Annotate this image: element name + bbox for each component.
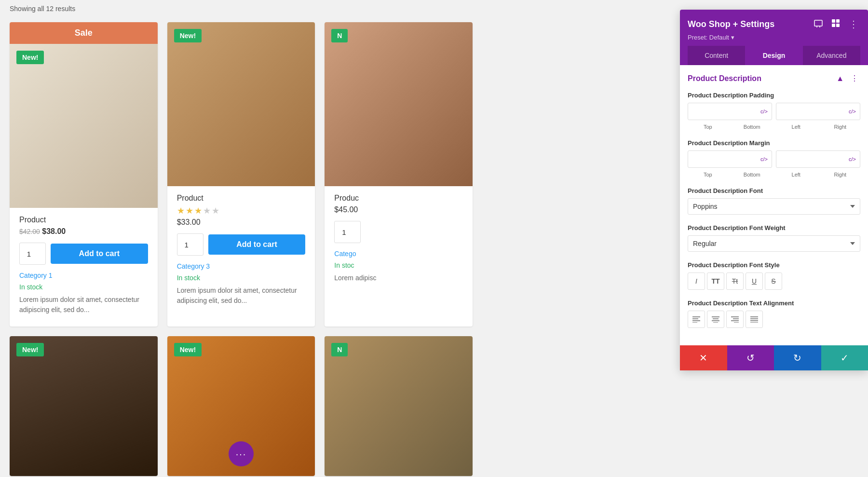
product-card: New! ···	[167, 336, 315, 476]
add-to-cart-row: Add to cart	[10, 236, 158, 270]
bold-button[interactable]: TT	[707, 273, 724, 290]
product-name: Produc	[334, 194, 463, 203]
add-to-cart-row: Add to cart	[167, 227, 315, 260]
margin-top-box[interactable]: c/>	[688, 150, 772, 168]
panel-preset[interactable]: Preset: Default ▾	[688, 32, 860, 46]
text-align-section: Product Description Text Alignment	[688, 300, 860, 328]
star-1: ★	[177, 205, 185, 216]
strikethrough-button[interactable]: Tt	[726, 273, 744, 290]
margin-right-box[interactable]: c/>	[776, 150, 860, 168]
price-original: $42.00	[19, 228, 40, 235]
align-justify-button[interactable]	[746, 311, 763, 328]
panel-header: Woo Shop + Settings	[680, 10, 868, 65]
star-4: ★	[203, 205, 211, 216]
underline-button[interactable]: U	[746, 273, 763, 290]
quantity-input[interactable]	[177, 233, 203, 256]
grid-icon-button[interactable]	[829, 17, 842, 31]
product-card: Sale New! Product $42.00 $38.00 Add to c…	[10, 22, 158, 327]
left-label: Left	[776, 124, 816, 130]
in-stock-label: In stock	[10, 281, 158, 293]
redo-button[interactable]: ↻	[774, 345, 821, 370]
padding-top-box[interactable]: c/>	[688, 103, 772, 120]
dots-button[interactable]: ···	[229, 441, 254, 466]
price-regular: $33.00	[177, 218, 306, 227]
new-badge: N	[331, 29, 348, 42]
cancel-button[interactable]: ✕	[680, 345, 727, 370]
responsive-icon-button[interactable]	[812, 17, 825, 31]
product-image	[167, 22, 315, 186]
add-to-cart-button[interactable]: Add to cart	[51, 244, 148, 264]
svg-rect-4	[836, 19, 840, 23]
panel-title: Woo Shop + Settings	[688, 19, 774, 29]
tab-design[interactable]: Design	[745, 46, 802, 65]
font-weight-label: Product Description Font Weight	[688, 224, 860, 232]
padding-labels: Top Bottom Left Right	[688, 124, 860, 130]
margin-section: Product Description Margin c/> c/> Top B…	[688, 139, 860, 177]
save-icon: ✓	[841, 352, 849, 364]
quantity-input[interactable]	[19, 243, 46, 265]
align-left-button[interactable]	[688, 311, 705, 328]
shop-area: Showing all 12 results Sale New! Product…	[0, 0, 482, 477]
section-more-button[interactable]: ⋮	[849, 73, 860, 84]
add-to-cart-button[interactable]: Add to cart	[208, 234, 306, 255]
new-badge: New!	[16, 343, 44, 356]
product-image	[10, 336, 158, 476]
margin-labels: Top Bottom Left Right	[688, 172, 860, 177]
quantity-input[interactable]	[334, 221, 361, 243]
category-link[interactable]: Category 1	[10, 270, 158, 281]
cancel-icon: ✕	[699, 352, 707, 364]
panel-actions: ✕ ↺ ↻ ✓	[680, 345, 868, 370]
product-image	[10, 44, 158, 208]
undo-button[interactable]: ↺	[727, 345, 774, 370]
showing-results: Showing all 12 results	[10, 5, 473, 13]
save-button[interactable]: ✓	[821, 345, 868, 370]
product-description: Lorem ipsum dolor sit amet, consectetur …	[10, 293, 158, 317]
font-weight-section: Product Description Font Weight Regular	[688, 224, 860, 252]
collapse-section-button[interactable]: ▲	[834, 73, 846, 84]
svg-rect-3	[832, 19, 835, 23]
strikethrough2-button[interactable]: S	[765, 273, 782, 290]
link-icon: c/>	[760, 156, 768, 162]
font-select[interactable]: Poppins	[688, 198, 860, 215]
new-badge: New!	[16, 51, 44, 64]
section-title: Product Description	[688, 74, 761, 83]
section-header: Product Description ▲ ⋮	[688, 73, 860, 84]
product-card: New! Product ★ ★ ★ ★ ★ $33.00 Add to car…	[167, 22, 315, 327]
product-image-wrapper: New! ···	[167, 336, 315, 476]
top-label: Top	[688, 172, 728, 177]
category-link[interactable]: Catego	[325, 248, 473, 259]
product-card: New!	[10, 336, 158, 476]
new-badge: N	[331, 343, 348, 356]
product-info: Product ★ ★ ★ ★ ★ $33.00	[167, 186, 315, 227]
padding-right-box[interactable]: c/>	[776, 103, 860, 120]
font-weight-select[interactable]: Regular	[688, 235, 860, 252]
more-options-button[interactable]: ⋮	[847, 16, 860, 32]
font-section: Product Description Font Poppins	[688, 187, 860, 215]
bottom-label: Bottom	[732, 124, 773, 130]
align-right-button[interactable]	[726, 311, 744, 328]
add-to-cart-row	[325, 214, 473, 248]
product-price: $42.00 $38.00	[19, 227, 148, 236]
category-link[interactable]: Category 3	[167, 260, 315, 272]
undo-icon: ↺	[746, 352, 755, 364]
font-label: Product Description Font	[688, 187, 860, 194]
link-icon: c/>	[760, 109, 768, 114]
product-description: Lorem ipsum dolor sit amet, consectetur …	[167, 284, 315, 308]
padding-inputs: c/> c/>	[688, 103, 860, 120]
price-regular: $45.00	[334, 205, 463, 214]
bottom-label: Bottom	[732, 172, 773, 177]
product-image-wrapper: New!	[10, 44, 158, 208]
tab-advanced[interactable]: Advanced	[803, 46, 860, 65]
align-center-button[interactable]	[707, 311, 724, 328]
panel-title-row: Woo Shop + Settings	[688, 16, 860, 32]
tab-content[interactable]: Content	[688, 46, 745, 65]
product-card: N	[325, 336, 473, 476]
right-label: Right	[820, 124, 861, 130]
in-stock-label: In stock	[167, 272, 315, 284]
font-style-label: Product Description Font Style	[688, 261, 860, 269]
italic-button[interactable]: I	[688, 273, 705, 290]
products-grid: Sale New! Product $42.00 $38.00 Add to c…	[10, 22, 473, 327]
star-3: ★	[194, 205, 202, 216]
star-2: ★	[186, 205, 193, 216]
svg-rect-0	[814, 20, 822, 26]
